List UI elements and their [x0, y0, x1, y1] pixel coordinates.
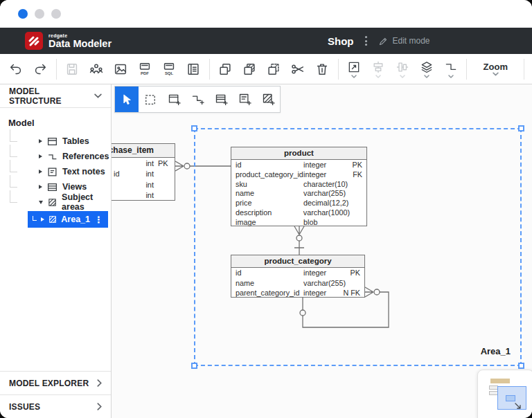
chevron-down-icon: [400, 75, 405, 78]
cursor-icon: [120, 93, 134, 107]
add-text-note-tool[interactable]: [233, 87, 256, 112]
tree-elbow-icon: [33, 216, 37, 221]
cut-button[interactable]: [286, 56, 310, 82]
redgate-logo-icon: [25, 32, 43, 50]
chevron-right-icon: [97, 379, 102, 387]
chevron-down-icon: [424, 75, 429, 78]
edit-mode-indicator[interactable]: Edit mode: [378, 36, 430, 46]
item-menu-kebab-icon[interactable]: ⋮: [94, 215, 103, 224]
model-menu-kebab-icon[interactable]: [362, 33, 370, 48]
window-control-1[interactable]: [18, 9, 28, 19]
undo-button[interactable]: [4, 56, 28, 82]
canvas-tool-palette: [114, 86, 281, 113]
export-sql-button[interactable]: SQL: [157, 56, 181, 82]
add-view-tool[interactable]: [209, 87, 233, 112]
brand-top-label: redgate: [48, 33, 112, 38]
minimap[interactable]: [477, 370, 532, 418]
report-button[interactable]: [181, 56, 206, 82]
resize-handle-bottom-left[interactable]: [191, 363, 197, 369]
delete-button[interactable]: [310, 56, 335, 82]
er-column-row[interactable]: descriptionvarchar(1000): [231, 208, 366, 217]
copy-button[interactable]: [213, 56, 238, 82]
er-table-header[interactable]: product_category: [231, 255, 364, 268]
model-structure-header[interactable]: MODEL STRUCTURE: [0, 84, 111, 108]
sidebar-item-label: Subject areas: [62, 192, 111, 212]
er-column-row[interactable]: imageblob: [231, 217, 366, 227]
paste-subject-area-button[interactable]: [262, 56, 286, 82]
er-table-header[interactable]: product: [231, 147, 366, 160]
toolbar-divider: [338, 59, 339, 80]
share-button[interactable]: [85, 56, 109, 82]
align-vertical-dropdown[interactable]: [391, 56, 415, 82]
er-column-row[interactable]: int: [112, 179, 175, 190]
left-sidebar: MODEL STRUCTURE Model Tables References: [0, 84, 112, 418]
window-control-2[interactable]: [35, 9, 44, 19]
expand-arrow-icon[interactable]: [39, 185, 42, 189]
export-pdf-button[interactable]: PDF: [133, 56, 157, 82]
brand: redgate Data Modeler: [25, 32, 112, 50]
er-column-row[interactable]: idintegerPK: [231, 268, 364, 278]
sidebar-item-area-1[interactable]: Area_1 ⋮: [28, 211, 108, 228]
toolbar-divider: [209, 59, 210, 80]
zoom-dropdown[interactable]: Zoom: [470, 56, 520, 82]
expand-arrow-icon[interactable]: [41, 217, 44, 221]
table-icon: [47, 136, 57, 147]
er-column-row[interactable]: parent_category_idintegerN FK: [231, 288, 364, 298]
model-explorer-header[interactable]: MODEL EXPLORER: [0, 371, 111, 394]
app-window: redgate Data Modeler Shop Edit mode: [0, 0, 532, 418]
er-column-row[interactable]: namevarchar(255): [231, 189, 366, 199]
resize-handle-top-left[interactable]: [191, 125, 197, 131]
select-tool[interactable]: [115, 87, 139, 112]
add-table-tool[interactable]: [162, 87, 186, 112]
marquee-select-tool[interactable]: [139, 87, 162, 112]
add-subject-area-tool[interactable]: [256, 87, 280, 112]
edit-mode-label: Edit mode: [393, 36, 430, 46]
app-header: redgate Data Modeler Shop Edit mode: [0, 28, 532, 54]
collapse-arrow-icon[interactable]: [39, 201, 43, 204]
chevron-down-icon: [493, 72, 499, 76]
er-column-row[interactable]: idint: [112, 169, 175, 180]
er-table-product-category[interactable]: product_category idintegerPK namevarchar…: [231, 255, 365, 298]
er-column-row[interactable]: intPK: [112, 158, 175, 169]
layers-dropdown[interactable]: [415, 56, 439, 82]
subject-area-icon: [48, 197, 57, 208]
er-table-header[interactable]: chase_item: [112, 144, 175, 158]
resize-arrow-icon[interactable]: [514, 402, 522, 410]
align-horizontal-dropdown[interactable]: [366, 56, 391, 82]
expand-arrow-icon[interactable]: [39, 170, 42, 174]
diagram-canvas[interactable]: Area_1: [112, 84, 532, 418]
export-image-button[interactable]: [109, 56, 133, 82]
reference-icon: [47, 152, 57, 162]
text-note-icon: [47, 167, 57, 177]
add-reference-tool[interactable]: [186, 87, 209, 112]
resize-handle-bottom-right[interactable]: [518, 363, 524, 369]
add-reference-icon: [190, 92, 205, 107]
er-column-row[interactable]: pricedecimal(12,2): [231, 198, 366, 208]
er-column-row[interactable]: namevarchar(255): [231, 278, 364, 289]
sidebar-item-label: Area_1: [61, 215, 90, 224]
toolbar-divider: [466, 59, 467, 80]
auto-size-dropdown[interactable]: [342, 56, 366, 82]
er-column-row[interactable]: skucharacter(10): [231, 179, 366, 189]
redo-button[interactable]: [28, 56, 53, 82]
chevron-down-icon: [448, 75, 454, 78]
issues-header[interactable]: ISSUES: [0, 394, 111, 418]
er-table-product[interactable]: product idintegerPK product_category_idi…: [231, 147, 367, 226]
add-subject-area-icon: [261, 92, 276, 107]
toolbar-divider: [524, 59, 524, 80]
save-button[interactable]: [60, 56, 85, 82]
chevron-right-icon: [97, 403, 102, 410]
reference-style-dropdown[interactable]: [439, 56, 463, 82]
er-column-row[interactable]: product_category_idintegerFK: [231, 170, 366, 179]
sidebar-item-subject-areas[interactable]: Subject areas: [0, 194, 111, 210]
copy-subject-area-button[interactable]: [238, 56, 262, 82]
subject-area-label: Area_1: [481, 346, 511, 356]
resize-handle-top-right[interactable]: [518, 125, 524, 131]
expand-arrow-icon[interactable]: [39, 139, 42, 143]
er-column-row[interactable]: int: [112, 190, 175, 201]
chevron-down-icon: [94, 93, 102, 98]
window-control-3[interactable]: [51, 9, 61, 19]
expand-arrow-icon[interactable]: [39, 154, 42, 158]
er-table-purchase-item[interactable]: chase_item intPK idint int int: [112, 143, 175, 201]
er-column-row[interactable]: idintegerPK: [231, 160, 366, 170]
